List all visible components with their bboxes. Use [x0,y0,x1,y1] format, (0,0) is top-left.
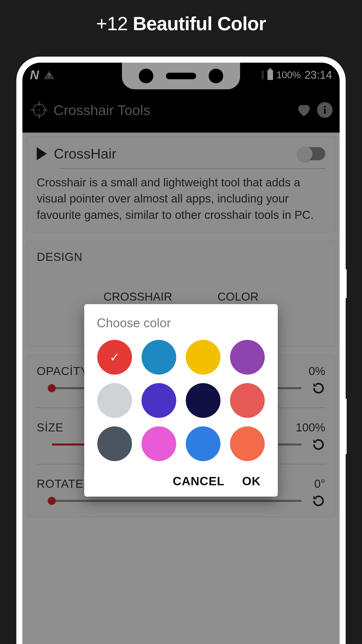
color-swatch[interactable] [186,340,220,375]
promo-headline: +12 Beautiful Color [0,0,362,34]
side-button-2 [345,399,347,454]
color-swatch[interactable] [97,426,132,461]
phone-frame: N 100% 23:14 Crosshair Tools [16,57,346,644]
color-swatch[interactable] [142,340,176,375]
color-swatch[interactable] [142,383,176,418]
color-swatch[interactable]: ✓ [97,340,132,375]
color-swatch[interactable] [142,426,176,461]
promo-bold: Beautiful Color [133,13,266,34]
ok-button[interactable]: OK [242,474,261,488]
promo-prefix: +12 [96,13,133,34]
cancel-button[interactable]: CANCEL [173,474,224,488]
color-swatch[interactable] [230,340,265,375]
dialog-title: Choose color [97,316,265,330]
color-grid: ✓ [97,340,265,461]
phone-screen: N 100% 23:14 Crosshair Tools [22,63,340,644]
color-swatch[interactable] [186,383,220,418]
color-swatch[interactable] [230,426,265,461]
color-picker-dialog: Choose color ✓ CANCEL OK [84,304,278,497]
color-swatch[interactable] [97,383,132,418]
color-swatch[interactable] [230,383,265,418]
side-button-1 [345,269,347,298]
color-swatch[interactable] [186,426,220,461]
